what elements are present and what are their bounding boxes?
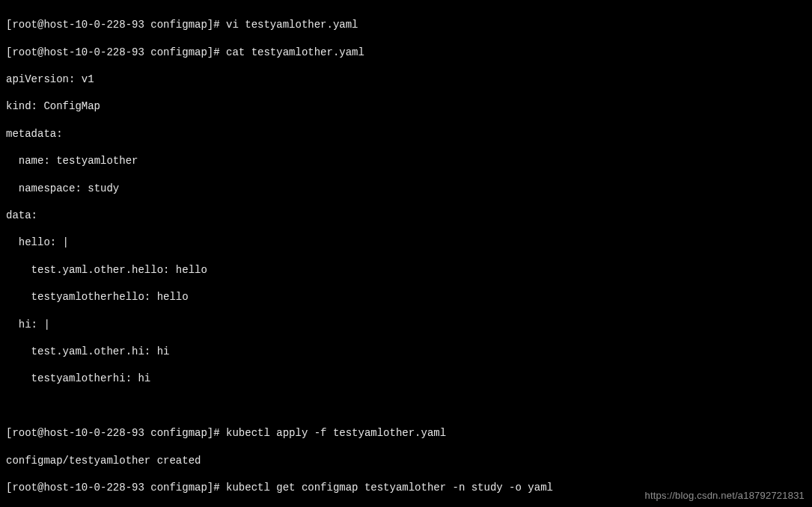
cat-output-line: testyamlotherhello: hello [6,290,806,304]
cat-output-line: name: testyamlother [6,154,806,168]
cat-output-line: data: [6,209,806,222]
command-apply: kubectl apply -f testyamlother.yaml [226,427,446,439]
cat-output-line: kind: ConfigMap [6,99,806,113]
prompt: [root@host-10-0-228-93 configmap]# [6,46,226,58]
watermark: https://blog.csdn.net/a18792721831 [644,489,805,503]
prompt: [root@host-10-0-228-93 configmap]# [6,427,226,439]
prompt: [root@host-10-0-228-93 configmap]# [6,482,226,494]
apply-output-line: configmap/testyamlother created [6,454,806,467]
cat-output-line: metadata: [6,127,806,141]
terminal[interactable]: [root@host-10-0-228-93 configmap]# vi te… [0,0,812,507]
cat-output-line: apiVersion: v1 [6,73,806,86]
cat-output-line: test.yaml.other.hi: hi [6,345,806,358]
blank-line [6,399,806,413]
cat-output-line: hello: | [6,236,806,249]
cmd-line-cat: [root@host-10-0-228-93 configmap]# cat t… [6,46,806,59]
cat-output-line: hi: | [6,318,806,331]
command-vi: vi testyamlother.yaml [226,19,358,31]
cat-output-line: namespace: study [6,182,806,195]
cmd-line-apply: [root@host-10-0-228-93 configmap]# kubec… [6,426,806,440]
prompt: [root@host-10-0-228-93 configmap]# [6,19,226,31]
command-get: kubectl get configmap testyamlother -n s… [226,482,553,494]
cat-output-line: testyamlotherhi: hi [6,372,806,385]
command-cat: cat testyamlother.yaml [226,46,364,58]
cat-output-line: test.yaml.other.hello: hello [6,263,806,277]
cmd-line-vi: [root@host-10-0-228-93 configmap]# vi te… [6,18,806,31]
